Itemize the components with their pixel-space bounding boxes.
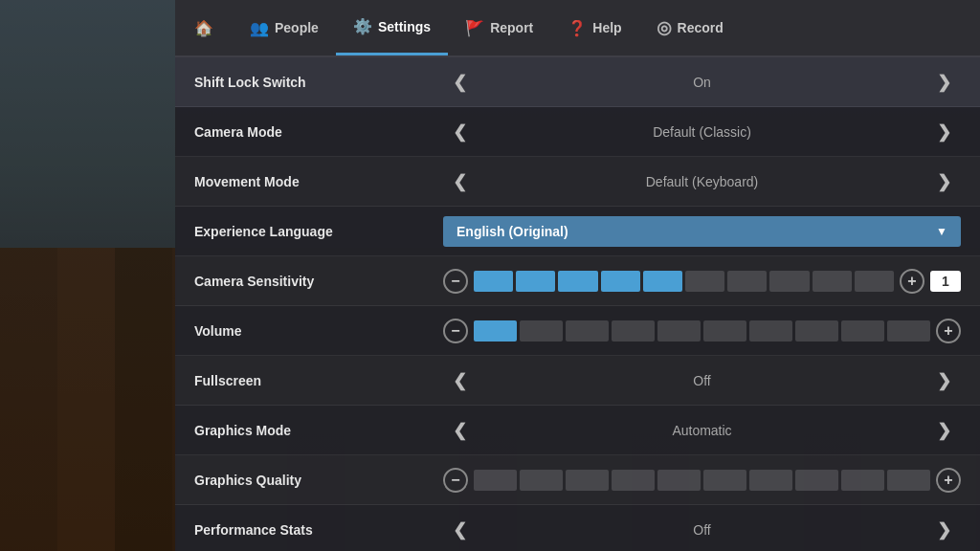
bar-segment-8-camera-sensitivity[interactable]	[813, 271, 852, 292]
bar-segment-1-graphics-quality[interactable]	[520, 470, 563, 491]
arrow-left-graphics-mode[interactable]: ❮	[443, 416, 477, 445]
bar-track-volume[interactable]	[474, 320, 930, 342]
bar-segment-0-volume[interactable]	[474, 320, 517, 342]
arrow-right-shift-lock-switch[interactable]: ❯	[927, 68, 961, 97]
home-icon: 🏠	[194, 19, 213, 37]
bar-segment-5-camera-sensitivity[interactable]	[685, 271, 724, 292]
label-graphics-quality: Graphics Quality	[194, 473, 443, 488]
nav-settings[interactable]: ⚙️ Settings	[336, 0, 448, 55]
bar-segment-5-volume[interactable]	[703, 320, 746, 342]
control-experience-language: English (Original)▼	[443, 216, 961, 247]
control-camera-mode: ❮Default (Classic)❯	[443, 118, 961, 146]
arrow-right-camera-mode[interactable]: ❯	[927, 118, 961, 146]
control-movement-mode: ❮Default (Keyboard)❯	[443, 167, 961, 196]
left-overlay	[0, 0, 177, 551]
label-camera-sensitivity: Camera Sensitivity	[194, 274, 443, 289]
nav-record-label: Record	[678, 20, 724, 35]
arrow-right-performance-stats[interactable]: ❯	[927, 516, 961, 544]
help-icon: ❓	[568, 19, 587, 37]
plus-btn-volume[interactable]: +	[936, 319, 961, 343]
bar-segment-8-graphics-quality[interactable]	[841, 470, 884, 491]
arrow-left-camera-mode[interactable]: ❮	[443, 118, 477, 146]
bar-segment-9-graphics-quality[interactable]	[887, 470, 930, 491]
value-box-camera-sensitivity: 1	[930, 271, 961, 292]
label-fullscreen: Fullscreen	[194, 373, 443, 388]
arrow-left-performance-stats[interactable]: ❮	[443, 516, 477, 544]
arrow-right-fullscreen[interactable]: ❯	[927, 366, 961, 395]
dropdown-arrow-icon-experience-language: ▼	[936, 225, 947, 238]
bar-segment-2-volume[interactable]	[566, 320, 609, 342]
plus-btn-camera-sensitivity[interactable]: +	[900, 269, 924, 294]
arrow-right-graphics-mode[interactable]: ❯	[927, 416, 961, 445]
nav-report[interactable]: 🚩 Report	[448, 0, 550, 55]
control-graphics-mode: ❮Automatic❯	[443, 416, 961, 445]
value-camera-mode: Default (Classic)	[484, 124, 920, 140]
settings-row-shift-lock-switch: Shift Lock Switch❮On❯	[175, 57, 980, 107]
bar-segment-0-graphics-quality[interactable]	[474, 470, 517, 491]
bar-track-camera-sensitivity[interactable]	[474, 271, 894, 292]
settings-row-graphics-mode: Graphics Mode❮Automatic❯	[175, 406, 980, 455]
nav-report-label: Report	[490, 20, 533, 35]
control-volume: −+	[443, 319, 961, 343]
minus-btn-volume[interactable]: −	[443, 319, 468, 343]
label-shift-lock-switch: Shift Lock Switch	[194, 75, 443, 90]
bar-segment-3-camera-sensitivity[interactable]	[601, 271, 640, 292]
settings-row-camera-sensitivity: Camera Sensitivity−+1	[175, 256, 980, 306]
bar-segment-7-volume[interactable]	[795, 320, 838, 342]
bar-segment-3-volume[interactable]	[612, 320, 655, 342]
nav-home[interactable]: 🏠	[175, 0, 233, 55]
bar-segment-4-graphics-quality[interactable]	[657, 470, 701, 491]
arrow-left-shift-lock-switch[interactable]: ❮	[443, 68, 477, 97]
bar-segment-1-volume[interactable]	[520, 320, 563, 342]
bar-segment-6-camera-sensitivity[interactable]	[727, 271, 767, 292]
nav-record[interactable]: ◎ Record	[639, 0, 741, 55]
bar-segment-8-volume[interactable]	[841, 320, 884, 342]
nav-people-label: People	[275, 20, 319, 35]
nav-settings-label: Settings	[378, 19, 431, 34]
nav-people[interactable]: 👥 People	[233, 0, 336, 55]
settings-content: Shift Lock Switch❮On❯Camera Mode❮Default…	[175, 57, 980, 551]
bar-segment-9-volume[interactable]	[887, 320, 930, 342]
minus-btn-camera-sensitivity[interactable]: −	[443, 269, 468, 294]
minus-btn-graphics-quality[interactable]: −	[443, 468, 468, 493]
bar-segment-1-camera-sensitivity[interactable]	[516, 271, 555, 292]
dropdown-experience-language[interactable]: English (Original)▼	[443, 216, 961, 247]
settings-row-graphics-quality: Graphics Quality−+	[175, 455, 980, 505]
settings-row-volume: Volume−+	[175, 306, 980, 356]
plus-btn-graphics-quality[interactable]: +	[936, 468, 961, 493]
value-movement-mode: Default (Keyboard)	[484, 174, 920, 189]
bar-track-graphics-quality[interactable]	[474, 470, 930, 491]
bar-segment-0-camera-sensitivity[interactable]	[474, 271, 513, 292]
main-panel: 🏠 👥 People ⚙️ Settings 🚩 Report ❓ Help ◎…	[175, 0, 980, 551]
label-volume: Volume	[194, 323, 443, 339]
bar-segment-2-camera-sensitivity[interactable]	[558, 271, 597, 292]
arrow-left-fullscreen[interactable]: ❮	[443, 366, 477, 395]
settings-row-experience-language: Experience LanguageEnglish (Original)▼	[175, 207, 980, 256]
value-fullscreen: Off	[484, 373, 920, 388]
bar-segment-7-graphics-quality[interactable]	[795, 470, 838, 491]
bar-segment-6-volume[interactable]	[749, 320, 792, 342]
value-graphics-mode: Automatic	[484, 423, 920, 438]
settings-row-camera-mode: Camera Mode❮Default (Classic)❯	[175, 107, 980, 157]
label-camera-mode: Camera Mode	[194, 124, 443, 140]
settings-row-fullscreen: Fullscreen❮Off❯	[175, 356, 980, 406]
arrow-right-movement-mode[interactable]: ❯	[927, 167, 961, 196]
bar-segment-4-camera-sensitivity[interactable]	[643, 271, 682, 292]
bar-segment-4-volume[interactable]	[657, 320, 701, 342]
slider-container-graphics-quality: −+	[443, 468, 961, 493]
report-icon: 🚩	[465, 19, 484, 37]
control-fullscreen: ❮Off❯	[443, 366, 961, 395]
bar-segment-7-camera-sensitivity[interactable]	[769, 271, 809, 292]
settings-icon: ⚙️	[353, 17, 372, 35]
nav-help[interactable]: ❓ Help	[550, 0, 638, 55]
bar-segment-3-graphics-quality[interactable]	[612, 470, 655, 491]
people-icon: 👥	[250, 19, 269, 37]
bar-segment-9-camera-sensitivity[interactable]	[855, 271, 894, 292]
control-shift-lock-switch: ❮On❯	[443, 68, 961, 97]
bar-segment-2-graphics-quality[interactable]	[566, 470, 609, 491]
control-graphics-quality: −+	[443, 468, 961, 493]
arrow-left-movement-mode[interactable]: ❮	[443, 167, 477, 196]
bar-segment-6-graphics-quality[interactable]	[749, 470, 792, 491]
dropdown-value-experience-language: English (Original)	[457, 224, 568, 239]
bar-segment-5-graphics-quality[interactable]	[703, 470, 746, 491]
